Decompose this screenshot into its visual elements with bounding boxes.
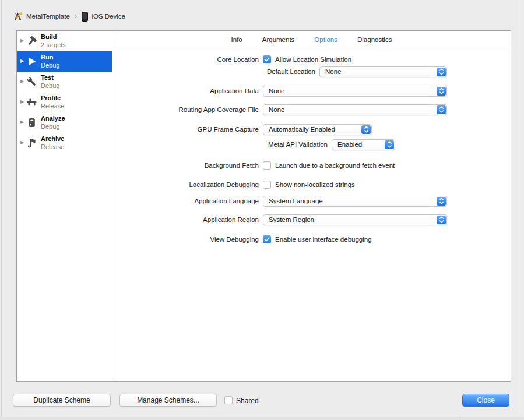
sidebar-item-archive[interactable]: ▶ Archive Release [17,133,112,153]
localization-debugging-row: Localization Debugging Show non-localize… [112,179,355,190]
sidebar-item-subtitle: Debug [41,82,59,90]
play-icon [26,56,37,67]
breadcrumb: MetalTemplate › iOS Device [13,11,125,22]
allow-location-simulation-checkbox[interactable] [263,55,271,63]
hammer-icon [26,36,37,47]
analyze-icon [26,117,37,128]
application-region-label: Application Region [112,216,259,223]
sidebar-item-title: Test [41,74,59,82]
tab-options[interactable]: Options [314,36,337,43]
wrench-icon [26,76,37,87]
xcode-project-icon [13,12,23,22]
archive-icon [26,137,37,149]
disclosure-triangle-icon[interactable]: ▶ [20,120,24,125]
breadcrumb-device[interactable]: iOS Device [92,13,125,20]
shared-checkbox-label: Shared [236,397,259,405]
metal-api-validation-select[interactable]: Enabled [332,139,395,150]
metal-api-validation-label: Metal API Validation [112,141,328,148]
sidebar-item-subtitle: Release [41,103,64,111]
disclosure-triangle-icon[interactable]: ▶ [20,100,24,104]
manage-schemes-button[interactable]: Manage Schemes... [119,394,217,407]
gpu-frame-capture-row: GPU Frame Capture Automatically Enabled [112,123,372,135]
allow-location-simulation-label: Allow Location Simulation [275,56,351,63]
window-bottom-divider [458,417,458,420]
view-debugging-checkbox[interactable] [263,235,271,243]
application-region-select[interactable]: System Region [263,214,447,225]
sidebar-item-run[interactable]: ▶ Run Debug [17,51,112,72]
ios-device-icon [82,12,88,22]
view-debugging-row: View Debugging Enable user interface deb… [112,234,372,245]
view-debugging-label: View Debugging [112,236,259,243]
background-fetch-checkbox[interactable] [263,161,271,170]
popup-stepper-icon [361,125,371,134]
disclosure-triangle-icon[interactable]: ▶ [20,140,24,145]
content-panel: ▶ Build 2 targets ▶ Run Debug [16,30,511,382]
sidebar-item-title: Run [41,54,59,62]
application-region-row: Application Region System Region [112,214,447,225]
window-right-edge [522,0,522,420]
default-location-row: Default Location None [112,66,447,77]
duplicate-scheme-button[interactable]: Duplicate Scheme [13,394,111,407]
localization-debugging-label: Localization Debugging [112,181,259,188]
tab-diagnostics[interactable]: Diagnostics [357,36,392,43]
metal-api-validation-row: Metal API Validation Enabled [112,139,395,150]
core-location-label: Core Location [112,56,259,63]
sidebar-item-analyze[interactable]: ▶ Analyze Debug [17,112,112,133]
sidebar-item-profile[interactable]: ▶ Profile Release [17,92,112,112]
shared-checkbox[interactable] [224,396,233,404]
view-debugging-checkbox-label: Enable user interface debugging [275,236,372,243]
popup-stepper-icon [385,140,394,149]
background-fetch-label: Background Fetch [112,162,259,169]
popup-stepper-icon [437,216,446,224]
background-fetch-checkbox-label: Launch due to a background fetch event [275,162,395,169]
breadcrumb-separator: › [75,11,78,20]
gpu-frame-capture-label: GPU Frame Capture [112,126,259,133]
sidebar-item-test[interactable]: ▶ Test Debug [17,72,112,92]
localization-debugging-checkbox[interactable] [263,181,271,189]
close-button[interactable]: Close [462,394,509,407]
application-data-select[interactable]: None [263,86,447,97]
sidebar-item-build[interactable]: ▶ Build 2 targets [17,31,112,51]
breadcrumb-project[interactable]: MetalTemplate [26,13,70,20]
sidebar-item-subtitle: Debug [41,62,59,70]
popup-stepper-icon [437,87,446,96]
default-location-select[interactable]: None [319,66,447,77]
background-fetch-row: Background Fetch Launch due to a backgro… [112,160,395,171]
scheme-editor-dialog: MetalTemplate › iOS Device ▶ Build 2 tar… [0,0,524,420]
tab-info[interactable]: Info [231,36,242,43]
disclosure-triangle-icon[interactable]: ▶ [20,79,24,84]
tab-bar: Info Arguments Options Diagnostics [112,31,511,48]
application-data-label: Application Data [112,87,259,94]
sidebar-item-subtitle: Debug [41,123,65,131]
sidebar-item-title: Archive [41,135,64,143]
popup-stepper-icon [437,197,446,206]
sidebar-item-title: Build [41,33,66,41]
routing-app-coverage-row: Routing App Coverage File None [112,104,447,115]
default-location-label: Default Location [112,68,315,75]
application-language-row: Application Language System Language [112,195,447,207]
popup-stepper-icon [437,105,446,114]
routing-app-coverage-label: Routing App Coverage File [112,106,259,113]
scheme-sidebar: ▶ Build 2 targets ▶ Run Debug [17,31,112,381]
gauge-icon [26,97,37,108]
popup-stepper-icon [437,68,446,76]
disclosure-triangle-icon[interactable]: ▶ [20,38,24,43]
sidebar-item-title: Profile [41,94,64,103]
application-language-select[interactable]: System Language [263,196,447,207]
gpu-frame-capture-select[interactable]: Automatically Enabled [263,124,372,135]
disclosure-triangle-icon[interactable]: ▶ [20,59,24,63]
window-left-edge [1,0,2,420]
options-form: Core Location Allow Location Simulation … [112,48,511,381]
localization-debugging-checkbox-label: Show non-localized strings [275,181,355,188]
core-location-row: Core Location Allow Location Simulation [112,54,351,65]
window-bottom-edge [0,417,524,420]
sidebar-item-subtitle: 2 targets [41,41,66,50]
application-data-row: Application Data None [112,85,447,97]
routing-app-coverage-select[interactable]: None [263,104,447,115]
application-language-label: Application Language [112,197,259,204]
sidebar-item-subtitle: Release [41,143,64,151]
options-pane: Info Arguments Options Diagnostics Core … [112,31,511,381]
tab-arguments[interactable]: Arguments [262,36,295,43]
sidebar-item-title: Analyze [41,115,65,123]
